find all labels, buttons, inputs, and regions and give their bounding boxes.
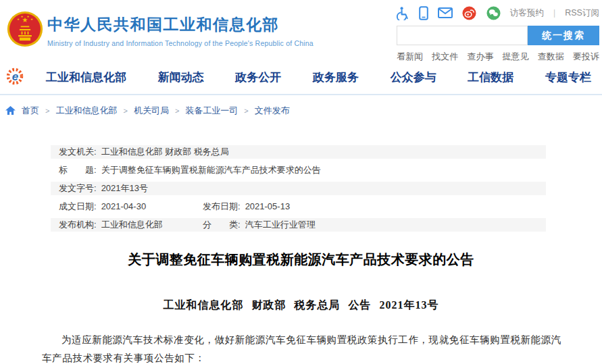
doc-paragraph: 为适应新能源汽车技术标准变化，做好新能源汽车免征车辆购置税政策执行工作，现就免征… xyxy=(42,331,563,364)
breadcrumb-separator: > xyxy=(45,107,49,115)
breadcrumb-miit[interactable]: 工业和信息化部 xyxy=(55,105,117,117)
search-input[interactable] xyxy=(397,26,528,45)
site-subtitle-en: Ministry of Industry and Information Tec… xyxy=(47,39,313,47)
quick-link-services[interactable]: 查办事 xyxy=(467,51,493,63)
breadcrumb-separator: > xyxy=(244,107,248,115)
quick-links: 看新闻 找文件 查办事 提意见 查数据 要投诉 xyxy=(397,51,599,63)
header-icon-row: 访客预约 | RSS订阅 xyxy=(397,5,599,20)
nav-item-gov-service[interactable]: 政务服务 xyxy=(313,70,359,85)
nav-item-topics[interactable]: 专题专栏 xyxy=(545,70,591,85)
breadcrumb-equipment-dept[interactable]: 装备工业一司 xyxy=(185,105,238,117)
weibo-icon[interactable] xyxy=(462,6,476,20)
quick-link-suggest[interactable]: 提意见 xyxy=(503,51,529,63)
search-button[interactable]: 统一搜索 xyxy=(528,26,599,45)
meta-label: 发布日期: xyxy=(203,200,241,213)
breadcrumb-home[interactable]: 首页 xyxy=(22,105,39,117)
breadcrumb-departments[interactable]: 机关司局 xyxy=(134,105,169,117)
doc-title: 关于调整免征车辆购置税新能源汽车产品技术要求的公告 xyxy=(0,251,602,269)
mail-icon[interactable] xyxy=(438,7,453,18)
breadcrumb-separator: > xyxy=(175,107,179,115)
nav-item-data[interactable]: 工信数据 xyxy=(468,70,513,85)
rss-link[interactable]: RSS订阅 xyxy=(565,7,599,19)
svg-text:★: ★ xyxy=(17,18,20,21)
meta-label: 发文字号: xyxy=(59,182,97,195)
svg-text:★: ★ xyxy=(26,15,29,18)
meta-value: 关于调整免征车辆购置税新能源汽车产品技术要求的公告 xyxy=(101,163,321,177)
doc-meta-table: 发文机关: 工业和信息化部 财政部 税务总局 标 题: 关于调整免征车辆购置税新… xyxy=(51,145,546,232)
doc-subtitle: 工业和信息化部 财政部 税务总局 公告 2021年13号 xyxy=(0,298,602,313)
nav-item-participation[interactable]: 公众参与 xyxy=(391,70,436,85)
site-header: ★ ★ ★ ★ ★ 中华人民共和国工业和信息化部 Ministry of Ind… xyxy=(0,0,602,61)
nav-item-miit[interactable]: 工业和信息化部 xyxy=(46,70,126,85)
accessibility-icon[interactable] xyxy=(397,6,409,20)
nav-item-gov-open[interactable]: 政务公开 xyxy=(235,70,281,85)
meta-value: 2021-04-30 xyxy=(101,200,147,213)
site-title: 中华人民共和国工业和信息化部 xyxy=(47,14,313,35)
meta-label: 发文机关: xyxy=(59,145,97,159)
meta-row-doc-number: 发文字号: 2021年13号 xyxy=(51,182,546,195)
meta-label: 标 题: xyxy=(59,163,97,177)
quick-link-files[interactable]: 找文件 xyxy=(432,51,458,63)
brand-text: 中华人民共和国工业和信息化部 Ministry of Industry and … xyxy=(47,14,313,47)
meta-row-publisher: 发布机构: 工业和信息化部 分 类: 汽车工业行业管理 xyxy=(51,218,546,232)
meta-value: 工业和信息化部 xyxy=(101,218,163,232)
visitor-appointment-link[interactable]: 访客预约 xyxy=(510,7,544,19)
svg-text:★: ★ xyxy=(20,15,23,18)
breadcrumb-separator: > xyxy=(123,107,127,115)
miit-logo-icon: e xyxy=(5,66,26,89)
nav-item-news[interactable]: 新闻动态 xyxy=(158,70,204,85)
meta-label: 分 类: xyxy=(203,218,241,232)
header-divider: | xyxy=(553,8,555,18)
meta-row-dates: 成文日期: 2021-04-30 发布日期: 2021-05-13 xyxy=(51,200,546,213)
svg-text:e: e xyxy=(12,70,18,83)
meta-value: 2021年13号 xyxy=(101,182,148,195)
national-emblem-icon: ★ ★ ★ ★ ★ xyxy=(7,11,43,50)
quick-link-data[interactable]: 查数据 xyxy=(538,51,564,63)
wechat-icon[interactable] xyxy=(486,6,501,20)
meta-row-issuing-agency: 发文机关: 工业和信息化部 财政部 税务总局 xyxy=(51,145,546,159)
search-bar: 统一搜索 xyxy=(397,26,599,45)
meta-row-title: 标 题: 关于调整免征车辆购置税新能源汽车产品技术要求的公告 xyxy=(51,163,546,177)
home-icon[interactable] xyxy=(5,106,16,115)
meta-value: 工业和信息化部 财政部 税务总局 xyxy=(101,145,229,159)
breadcrumb-file-release[interactable]: 文件发布 xyxy=(255,105,290,117)
header-right: 访客预约 | RSS订阅 统一搜索 看新闻 找文件 查办事 提意见 查数据 要投… xyxy=(397,5,599,63)
meta-label: 成文日期: xyxy=(59,200,97,213)
nav-items: 工业和信息化部 新闻动态 政务公开 政务服务 公众参与 工信数据 专题专栏 xyxy=(26,70,602,85)
svg-text:★: ★ xyxy=(30,18,33,21)
main-nav: e 工业和信息化部 新闻动态 政务公开 政务服务 公众参与 工信数据 专题专栏 xyxy=(0,61,602,95)
meta-label: 发布机构: xyxy=(59,218,97,232)
mobile-icon[interactable] xyxy=(419,6,428,20)
quick-link-news[interactable]: 看新闻 xyxy=(397,51,423,63)
meta-value: 2021-05-13 xyxy=(245,200,291,213)
breadcrumb: 首页 > 工业和信息化部 > 机关司局 > 装备工业一司 > 文件发布 xyxy=(5,105,602,117)
quick-link-complaint[interactable]: 要投诉 xyxy=(573,51,599,63)
page: ★ ★ ★ ★ ★ 中华人民共和国工业和信息化部 Ministry of Ind… xyxy=(0,0,602,364)
meta-value: 汽车工业行业管理 xyxy=(245,218,316,232)
